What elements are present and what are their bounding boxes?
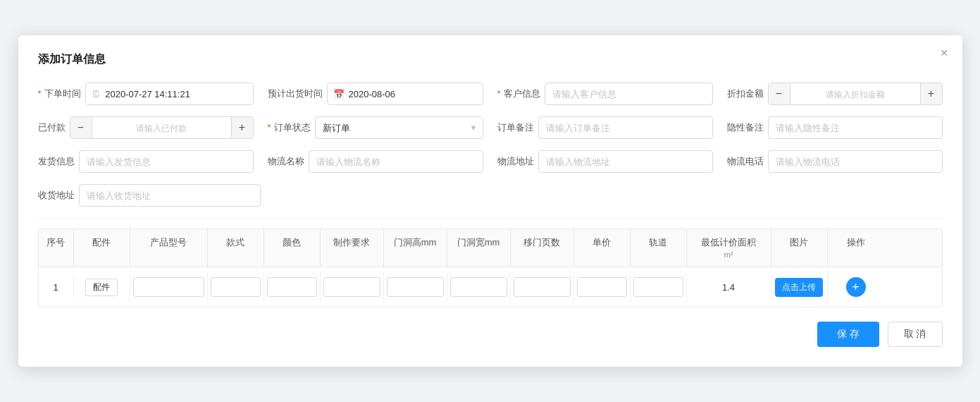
th-action: 操作 (828, 229, 884, 267)
order-status-select-wrap: 新订单 已确认 生产中 已发货 已完成 ▼ (315, 116, 483, 139)
discount-field: 折扣金额 − + (727, 83, 943, 105)
discount-label: 折扣金额 (727, 87, 764, 100)
save-button[interactable]: 保 存 (817, 322, 879, 347)
order-status-select[interactable]: 新订单 已确认 生产中 已发货 已完成 (315, 116, 483, 139)
required-mark: * (38, 88, 42, 99)
order-time-input[interactable]: 🗓 2020-07-27 14:11:21 (85, 83, 253, 105)
th-make-req: 制作要求 (321, 229, 384, 267)
logistics-name-field: 物流名称 (268, 150, 483, 173)
order-remark-label: 订单备注 (497, 121, 534, 134)
style-input[interactable] (211, 277, 261, 297)
add-order-dialog: 添加订单信息 × * 下单时间 🗓 2020-07-27 14:11:21 预计… (18, 35, 962, 367)
logistics-phone-field: 物流电话 (727, 150, 943, 173)
add-row-button[interactable]: + (846, 277, 866, 297)
close-button[interactable]: × (941, 47, 948, 59)
hidden-remark-label: 隐性备注 (727, 121, 764, 134)
door-height-input[interactable] (387, 277, 444, 297)
table-row: 1 配件 (39, 267, 942, 307)
paid-minus-btn[interactable]: − (70, 116, 92, 139)
delivery-info-field: 发货信息 (38, 150, 254, 173)
td-image: 点击上传 (771, 272, 828, 303)
td-door-height (384, 272, 447, 303)
paid-label: 已付款 (38, 121, 66, 134)
order-remark-input[interactable] (538, 116, 713, 139)
logistics-phone-input[interactable] (768, 150, 943, 173)
th-slide-pages: 移门页数 (511, 229, 574, 267)
shipping-address-field: 收货地址 (38, 184, 261, 207)
order-remark-field: 订单备注 (497, 116, 713, 139)
th-door-width: 门洞宽mm (447, 229, 511, 267)
th-track: 轨道 (631, 229, 687, 267)
door-width-input[interactable] (450, 277, 507, 297)
td-min-area: 1.4 (687, 276, 771, 298)
color-input[interactable] (267, 277, 317, 297)
hidden-remark-field: 隐性备注 (727, 116, 943, 139)
paid-stepper: − + (70, 116, 254, 139)
track-input[interactable] (633, 277, 683, 297)
form-row-2: 已付款 − + * 订单状态 新订单 已确认 生产中 已发货 已完成 (38, 116, 943, 139)
customer-info-input[interactable] (545, 83, 712, 105)
td-seq: 1 (39, 276, 74, 298)
paid-input[interactable] (92, 117, 232, 138)
footer-actions: 保 存 取 消 (38, 322, 943, 347)
order-time-label: * 下单时间 (38, 87, 82, 100)
form-row-3: 发货信息 物流名称 物流地址 物流电话 (38, 150, 943, 173)
calendar-icon2: 📅 (333, 89, 345, 99)
order-status-field: * 订单状态 新订单 已确认 生产中 已发货 已完成 ▼ (268, 116, 483, 139)
paid-plus-btn[interactable]: + (232, 116, 253, 139)
logistics-name-input[interactable] (309, 150, 483, 173)
form-row-1: * 下单时间 🗓 2020-07-27 14:11:21 预计出货时间 📅 20… (38, 83, 943, 105)
td-product-model (130, 272, 208, 303)
delivery-info-input[interactable] (79, 150, 254, 173)
logistics-name-label: 物流名称 (268, 155, 304, 168)
min-area-value: 1.4 (722, 282, 735, 293)
td-door-width (447, 272, 511, 303)
th-seq: 序号 (39, 229, 74, 267)
unit-price-input[interactable] (577, 277, 627, 297)
calendar-icon: 🗓 (92, 89, 101, 99)
discount-input[interactable] (790, 83, 921, 104)
customer-info-label: * 客户信息 (497, 87, 541, 100)
td-style (208, 272, 264, 303)
est-delivery-label: 预计出货时间 (268, 87, 323, 100)
hidden-remark-input[interactable] (768, 116, 943, 139)
discount-plus-btn[interactable]: + (921, 83, 942, 105)
th-min-area: 最低计价面积m² (687, 229, 771, 267)
customer-info-field: * 客户信息 (497, 83, 713, 105)
order-items-table: 序号 配件 产品型号 款式 颜色 制作要求 门洞高mm 门洞宽mm 移门页数 单… (38, 229, 943, 307)
cancel-button[interactable]: 取 消 (888, 322, 943, 347)
td-make-req (321, 272, 384, 303)
form-row-4: 收货地址 (38, 184, 943, 207)
th-door-height: 门洞高mm (384, 229, 447, 267)
logistics-address-label: 物流地址 (497, 155, 534, 168)
logistics-address-field: 物流地址 (497, 150, 713, 173)
slide-pages-input[interactable] (514, 277, 571, 297)
th-accessory: 配件 (74, 229, 130, 267)
accessory-tag[interactable]: 配件 (85, 279, 118, 296)
discount-minus-btn[interactable]: − (769, 83, 790, 105)
logistics-address-input[interactable] (538, 150, 713, 173)
th-product-model: 产品型号 (130, 229, 208, 267)
dialog-title: 添加订单信息 (38, 52, 943, 67)
th-color: 颜色 (264, 229, 321, 267)
make-req-input[interactable] (323, 277, 380, 297)
td-slide-pages (511, 272, 574, 303)
order-time-value: 2020-07-27 14:11:21 (105, 89, 190, 99)
est-delivery-value: 2020-08-06 (349, 89, 396, 99)
shipping-address-label: 收货地址 (38, 189, 75, 202)
th-unit-price: 单价 (574, 229, 631, 267)
required-mark2: * (497, 88, 501, 99)
table-header: 序号 配件 产品型号 款式 颜色 制作要求 门洞高mm 门洞宽mm 移门页数 单… (39, 229, 942, 267)
product-model-input[interactable] (133, 277, 204, 297)
delivery-info-label: 发货信息 (38, 155, 75, 168)
required-mark3: * (268, 122, 271, 133)
order-time-field: * 下单时间 🗓 2020-07-27 14:11:21 (38, 83, 254, 105)
est-delivery-input[interactable]: 📅 2020-08-06 (327, 83, 483, 105)
th-style: 款式 (208, 229, 264, 267)
shipping-address-input[interactable] (79, 184, 261, 207)
th-image: 图片 (771, 229, 828, 267)
upload-button[interactable]: 点击上传 (775, 278, 823, 297)
est-delivery-field: 预计出货时间 📅 2020-08-06 (268, 83, 483, 105)
paid-field: 已付款 − + (38, 116, 254, 139)
td-unit-price (574, 272, 631, 303)
